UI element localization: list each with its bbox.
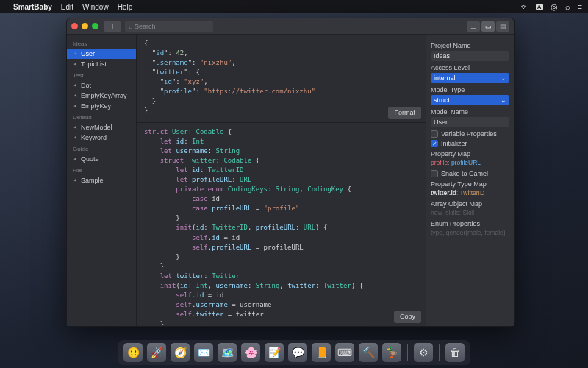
sidebar-group-header: Guide (67, 143, 136, 154)
array-object-map-label: Array Object Map (431, 200, 509, 208)
traffic-lights (71, 23, 98, 29)
spotlight-icon[interactable]: ◎ (551, 2, 558, 12)
sidebar-item-quote[interactable]: Quote (67, 154, 136, 164)
project-name-label: Project Name (431, 42, 509, 49)
checkbox-icon (431, 170, 438, 177)
sidebar-item-emptykeyarray[interactable]: EmptyKeyArray (67, 91, 136, 101)
view-mode-3[interactable]: ▤ (496, 21, 509, 32)
chevron-icon: ⌄ (501, 96, 506, 104)
format-button[interactable]: Format (388, 107, 421, 119)
dock-mail-icon[interactable]: ✉️ (194, 343, 213, 362)
zoom-button[interactable] (92, 23, 98, 29)
dock-duck-icon[interactable]: 🦆 (382, 343, 401, 362)
code-pane[interactable]: struct User: Codable { let id: Int let u… (137, 123, 426, 326)
close-button[interactable] (71, 23, 78, 29)
initializer-checkbox[interactable]: ✓ Initializer (431, 140, 509, 147)
model-name-field[interactable]: User (431, 117, 509, 127)
enum-properties-field[interactable]: type, gender(male, female) (431, 229, 509, 236)
dock-safari-icon[interactable]: 🧭 (171, 343, 190, 362)
dock-messages-icon[interactable]: 💬 (288, 343, 307, 362)
dock-xcode-icon[interactable]: 🔨 (359, 343, 378, 362)
sidebar-group-header: Test (67, 69, 136, 80)
view-mode-segmented: ☰ ▭ ▤ (467, 21, 509, 32)
checkbox-icon (431, 130, 438, 138)
dock-trash-icon[interactable]: 🗑 (445, 343, 465, 362)
checkbox-icon: ✓ (431, 140, 438, 147)
project-name-field[interactable]: Ideas (431, 51, 509, 61)
sidebar-item-user[interactable]: User (67, 49, 136, 59)
view-mode-2[interactable]: ▭ (481, 21, 495, 32)
add-button[interactable]: + (104, 21, 121, 32)
notification-center-icon[interactable]: ≡ (578, 2, 582, 11)
dock-settings-icon[interactable]: ⚙ (414, 343, 433, 362)
dock-launchpad-icon[interactable]: 🚀 (147, 343, 166, 362)
model-name-label: Model Name (431, 108, 509, 116)
app-name[interactable]: SmartBaby (13, 3, 52, 11)
menu-edit[interactable]: Edit (61, 3, 74, 11)
sidebar-item-newmodel[interactable]: NewModel (67, 122, 136, 132)
access-level-label: Access Level (431, 64, 509, 71)
sidebar-item-sample[interactable]: Sample (67, 175, 136, 185)
json-pane[interactable]: { "id": 42, "username": "nixzhu", "twitt… (137, 35, 426, 123)
variable-properties-checkbox[interactable]: Variable Properties (431, 130, 509, 138)
snake-to-camel-checkbox[interactable]: Snake to Camel (431, 170, 509, 177)
main-area: { "id": 42, "username": "nixzhu", "twitt… (137, 35, 426, 326)
model-type-select[interactable]: struct ⌄ (431, 95, 509, 105)
menu-window[interactable]: Window (82, 3, 109, 11)
sidebar-group-header: File (67, 164, 136, 175)
code-content: struct User: Codable { let id: Int let u… (144, 127, 418, 326)
minimize-button[interactable] (82, 23, 88, 29)
enum-properties-label: Enum Properties (431, 220, 509, 227)
search-placeholder: Search (135, 23, 156, 30)
property-type-map-entry[interactable]: twitter.id: TwitterID (431, 189, 509, 197)
property-type-map-label: Property Type Map (431, 180, 509, 188)
wifi-icon[interactable]: ᯤ (520, 2, 528, 11)
menu-help[interactable]: Help (118, 3, 133, 11)
json-content: { "id": 42, "username": "nixzhu", "twitt… (144, 39, 418, 116)
input-source-icon[interactable]: A (536, 4, 543, 10)
copy-button[interactable]: Copy (394, 311, 421, 323)
search-icon: ⌕ (129, 23, 132, 30)
dock-notes-icon[interactable]: 📝 (265, 343, 284, 362)
access-level-select[interactable]: internal ⌄ (431, 73, 509, 83)
app-window: + ⌕ Search ☰ ▭ ▤ IdeasUserTopicListTestD… (66, 18, 514, 327)
macos-menubar: SmartBaby Edit Window Help ᯤ A ◎ ⌕ ≡ (0, 0, 588, 13)
dock-finder-icon[interactable]: 🙂 (123, 343, 143, 362)
titlebar: + ⌕ Search ☰ ▭ ▤ (67, 18, 514, 35)
property-map-entry[interactable]: profile: profileURL (431, 159, 509, 166)
dock-maps-icon[interactable]: 🗺️ (218, 343, 237, 362)
sidebar: IdeasUserTopicListTestDotEmptyKeyArrayEm… (67, 35, 137, 326)
search-input[interactable]: ⌕ Search (125, 21, 213, 32)
sidebar-item-topiclist[interactable]: TopicList (67, 59, 136, 69)
chevron-icon: ⌄ (501, 74, 506, 82)
dock-photos-icon[interactable]: 🌸 (241, 343, 260, 362)
dock-books-icon[interactable]: 📙 (312, 343, 331, 362)
dock: 🙂🚀🧭✉️🗺️🌸📝💬📙⌨🔨🦆⚙🗑 (118, 340, 470, 365)
inspector-panel: Project Name Ideas Access Level internal… (426, 35, 514, 326)
sidebar-item-dot[interactable]: Dot (67, 80, 136, 91)
sidebar-item-keyword[interactable]: Keyword (67, 132, 136, 143)
array-object-map-field[interactable]: new_skills: Skill (431, 209, 509, 216)
sidebar-group-header: Ideas (67, 38, 136, 49)
view-mode-1[interactable]: ☰ (467, 21, 480, 32)
model-type-label: Model Type (431, 86, 509, 93)
sidebar-item-emptykey[interactable]: EmptyKey (67, 101, 136, 111)
search-icon[interactable]: ⌕ (565, 2, 570, 11)
property-map-label: Property Map (431, 150, 509, 158)
sidebar-group-header: Default (67, 111, 136, 122)
dock-terminal-icon[interactable]: ⌨ (335, 343, 354, 362)
